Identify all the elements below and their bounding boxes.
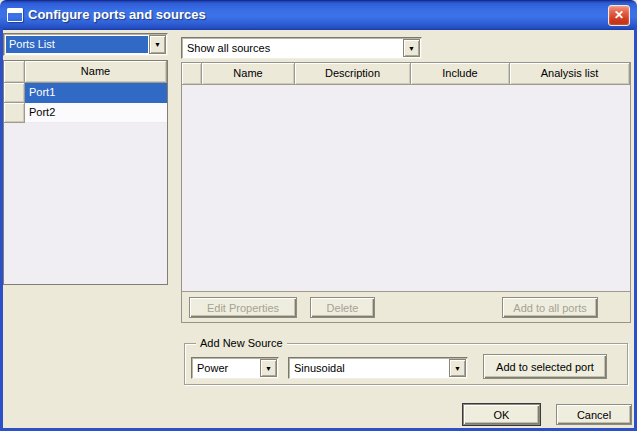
source-type-selector[interactable]: Power ▼ bbox=[191, 357, 279, 379]
add-to-all-ports-button[interactable]: Add to all ports bbox=[502, 297, 598, 318]
ports-table-header-name[interactable]: Name bbox=[25, 61, 167, 83]
window-icon bbox=[7, 8, 23, 22]
add-new-source-label: Add New Source bbox=[196, 336, 287, 350]
sources-table-corner-cell bbox=[182, 63, 202, 85]
source-type-selector-value: Power bbox=[194, 360, 259, 376]
sources-table-header-include[interactable]: Include bbox=[411, 63, 510, 85]
port-name-cell[interactable]: Port2 bbox=[25, 103, 167, 123]
sources-table-header-name[interactable]: Name bbox=[202, 63, 295, 85]
sources-filter-selector[interactable]: Show all sources ▼ bbox=[181, 37, 422, 59]
sources-filter-selector-value: Show all sources bbox=[184, 40, 402, 56]
delete-button[interactable]: Delete bbox=[310, 297, 375, 318]
add-to-selected-port-button[interactable]: Add to selected port bbox=[483, 354, 607, 379]
cancel-button[interactable]: Cancel bbox=[556, 404, 632, 425]
row-header-cell[interactable] bbox=[4, 103, 25, 123]
sources-table-header-description[interactable]: Description bbox=[295, 63, 411, 85]
ports-table-header-row: Name bbox=[4, 61, 167, 83]
ports-list-selector[interactable]: Ports List ▼ bbox=[3, 33, 168, 56]
close-icon[interactable]: ✕ bbox=[608, 5, 630, 26]
title-bar[interactable]: Configure ports and sources ✕ bbox=[0, 0, 637, 30]
chevron-down-icon[interactable]: ▼ bbox=[449, 359, 466, 377]
table-row-port2[interactable]: Port2 bbox=[4, 103, 167, 123]
sources-panel: Name Description Include Analysis list E… bbox=[181, 62, 631, 323]
window-title: Configure ports and sources bbox=[28, 0, 206, 30]
chevron-down-icon[interactable]: ▼ bbox=[149, 35, 166, 54]
add-new-source-group: Add New Source Power ▼ Sinusoidal ▼ Add … bbox=[184, 343, 628, 385]
chevron-down-icon[interactable]: ▼ bbox=[260, 359, 277, 377]
sources-table-header-row: Name Description Include Analysis list bbox=[182, 63, 630, 85]
table-row-port1[interactable]: Port1 bbox=[4, 83, 167, 103]
chevron-down-icon[interactable]: ▼ bbox=[403, 39, 420, 57]
ports-table: Name Port1 Port2 bbox=[3, 60, 168, 285]
row-header-cell[interactable] bbox=[4, 83, 25, 103]
sources-table-body[interactable] bbox=[182, 85, 630, 292]
ports-list-selector-value: Ports List bbox=[6, 36, 148, 53]
sources-table-header-analysis-list[interactable]: Analysis list bbox=[510, 63, 630, 85]
edit-properties-button[interactable]: Edit Properties bbox=[189, 297, 297, 318]
dialog-configure-ports-and-sources: { "window": { "title": "Configure ports … bbox=[0, 0, 637, 431]
port-name-cell[interactable]: Port1 bbox=[25, 83, 167, 103]
waveform-selector-value: Sinusoidal bbox=[291, 360, 448, 376]
waveform-selector[interactable]: Sinusoidal ▼ bbox=[288, 357, 468, 379]
ports-table-corner-cell bbox=[4, 61, 25, 83]
ok-button[interactable]: OK bbox=[463, 404, 540, 425]
